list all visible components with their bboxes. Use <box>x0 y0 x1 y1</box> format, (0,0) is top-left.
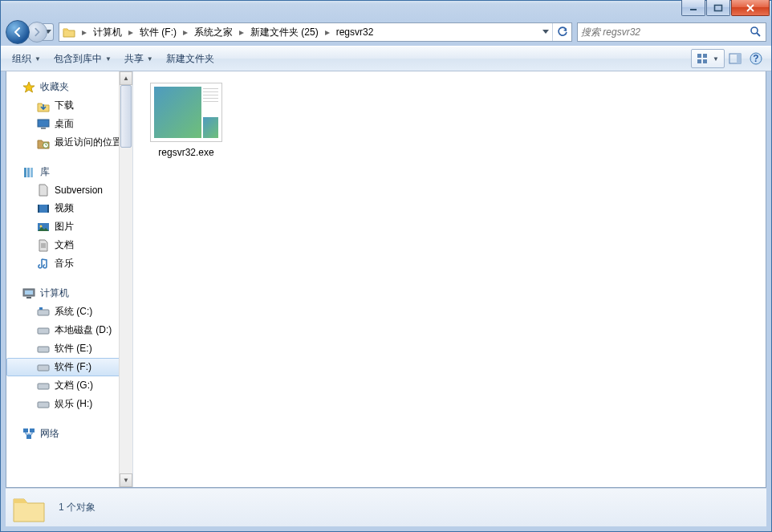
svg-rect-32 <box>23 428 28 433</box>
chevron-right-icon[interactable]: ▸ <box>79 23 90 41</box>
close-button[interactable] <box>731 0 770 16</box>
drive-icon <box>37 398 50 411</box>
address-bar[interactable]: ▸ 计算机 ▸ 软件 (F:) ▸ 系统之家 ▸ 新建文件夹 (25) ▸ re… <box>59 22 572 42</box>
nav-favorites-label: 收藏夹 <box>40 80 69 94</box>
network-icon <box>22 428 35 441</box>
address-history-dropdown[interactable] <box>538 23 552 41</box>
help-button[interactable]: ? <box>746 49 766 68</box>
nav-pictures[interactable]: 图片 <box>6 217 132 236</box>
chevron-right-icon[interactable]: ▸ <box>125 23 136 41</box>
favorites-icon <box>22 81 35 94</box>
file-list-area[interactable]: regsvr32.exe <box>133 71 766 487</box>
nav-computer-label: 计算机 <box>40 286 69 300</box>
drive-icon <box>37 380 50 392</box>
svg-rect-17 <box>38 205 49 213</box>
scroll-thumb[interactable] <box>120 85 132 148</box>
svg-point-2 <box>751 27 758 34</box>
tree-item-label: 桌面 <box>55 117 74 131</box>
svg-rect-19 <box>47 205 49 213</box>
svg-rect-27 <box>38 328 49 334</box>
nav-network-header[interactable]: 网络 <box>6 424 132 443</box>
chevron-right-icon[interactable]: ▸ <box>180 23 191 41</box>
preview-pane-button[interactable] <box>725 49 746 68</box>
nav-drive-h[interactable]: 娱乐 (H:) <box>6 395 132 413</box>
breadcrumb-item[interactable]: regsvr32 <box>333 23 377 41</box>
computer-icon <box>22 287 35 300</box>
tree-item-label: 文档 (G:) <box>55 379 93 392</box>
svg-point-21 <box>40 225 43 227</box>
nav-drive-f[interactable]: 软件 (F:) <box>6 358 132 376</box>
maximize-button[interactable] <box>706 0 730 16</box>
chevron-right-icon[interactable]: ▸ <box>322 23 333 41</box>
nav-drive-c[interactable]: 系统 (C:) <box>6 303 132 321</box>
nav-desktop[interactable]: 桌面 <box>6 115 132 133</box>
navigation-pane: 收藏夹 下载 桌面 最近访问的位置 库 <box>6 71 133 487</box>
downloads-icon <box>37 99 50 112</box>
breadcrumb-item[interactable]: 新建文件夹 (25) <box>247 23 322 41</box>
breadcrumb-item[interactable]: 软件 (F:) <box>136 23 180 41</box>
scroll-down-button[interactable]: ▼ <box>120 473 132 487</box>
file-name-label: regsvr32.exe <box>148 147 225 158</box>
svg-rect-3 <box>697 54 701 58</box>
nav-drive-e[interactable]: 软件 (E:) <box>6 339 132 358</box>
breadcrumb-item[interactable]: 系统之家 <box>191 23 236 41</box>
nav-computer-header[interactable]: 计算机 <box>6 284 132 303</box>
tree-item-label: 最近访问的位置 <box>55 136 122 149</box>
tree-item-label: 软件 (F:) <box>55 360 91 374</box>
new-folder-button[interactable]: 新建文件夹 <box>160 49 221 69</box>
svg-rect-24 <box>26 297 31 298</box>
nav-drive-d[interactable]: 本地磁盘 (D:) <box>6 321 132 339</box>
chevron-right-icon[interactable]: ▸ <box>236 23 247 41</box>
video-icon <box>37 202 50 215</box>
drive-icon <box>37 306 50 319</box>
folder-icon <box>61 24 77 40</box>
svg-rect-15 <box>27 168 30 177</box>
nav-favorites-header[interactable]: 收藏夹 <box>6 78 132 96</box>
document-icon <box>37 239 50 252</box>
scroll-track[interactable] <box>120 85 132 473</box>
search-input[interactable] <box>581 26 750 38</box>
drive-icon <box>37 343 50 355</box>
svg-rect-11 <box>38 120 49 127</box>
tree-item-label: 下载 <box>55 99 74 112</box>
nav-drive-g[interactable]: 文档 (G:) <box>6 376 132 395</box>
minimize-button[interactable] <box>681 0 705 16</box>
nav-network-label: 网络 <box>40 427 59 441</box>
change-view-button[interactable]: ▼ <box>691 49 725 68</box>
nav-videos[interactable]: 视频 <box>6 199 132 217</box>
nav-subversion[interactable]: Subversion <box>6 181 132 199</box>
file-thumbnail <box>150 83 222 142</box>
desktop-icon <box>37 118 50 131</box>
share-menu[interactable]: 共享 ▼ <box>118 49 160 69</box>
navpane-scrollbar[interactable]: ▲ ▼ <box>119 71 132 487</box>
file-item[interactable]: regsvr32.exe <box>148 83 225 158</box>
nav-documents[interactable]: 文档 <box>6 236 132 254</box>
refresh-button[interactable] <box>552 23 571 41</box>
status-object-count: 1 个对象 <box>59 501 95 514</box>
scroll-up-button[interactable]: ▲ <box>120 71 132 85</box>
navigation-row: ▸ 计算机 ▸ 软件 (F:) ▸ 系统之家 ▸ 新建文件夹 (25) ▸ re… <box>1 18 771 46</box>
svg-rect-34 <box>26 435 31 439</box>
tree-item-label: 本地磁盘 (D:) <box>55 323 112 337</box>
document-icon <box>37 184 50 197</box>
back-button[interactable] <box>6 20 30 44</box>
svg-rect-18 <box>38 205 39 213</box>
tree-item-label: 软件 (E:) <box>55 342 92 355</box>
recent-icon <box>37 136 50 149</box>
drive-icon <box>37 324 50 337</box>
command-bar: 组织 ▼ 包含到库中 ▼ 共享 ▼ 新建文件夹 ▼ ? <box>1 46 771 71</box>
svg-rect-23 <box>25 290 33 294</box>
search-box[interactable] <box>577 22 766 42</box>
nav-recent-places[interactable]: 最近访问的位置 <box>6 133 132 152</box>
nav-libraries-header[interactable]: 库 <box>6 163 132 181</box>
breadcrumb-item[interactable]: 计算机 <box>90 23 125 41</box>
nav-downloads[interactable]: 下载 <box>6 96 132 115</box>
nav-music[interactable]: 音乐 <box>6 254 132 273</box>
organize-label: 组织 <box>12 52 31 66</box>
svg-rect-26 <box>39 307 43 310</box>
include-in-library-menu[interactable]: 包含到库中 ▼ <box>47 49 118 69</box>
breadcrumbs: ▸ 计算机 ▸ 软件 (F:) ▸ 系统之家 ▸ 新建文件夹 (25) ▸ re… <box>79 23 538 41</box>
organize-menu[interactable]: 组织 ▼ <box>6 49 47 69</box>
search-icon[interactable] <box>750 26 762 39</box>
pictures-icon <box>37 221 50 234</box>
